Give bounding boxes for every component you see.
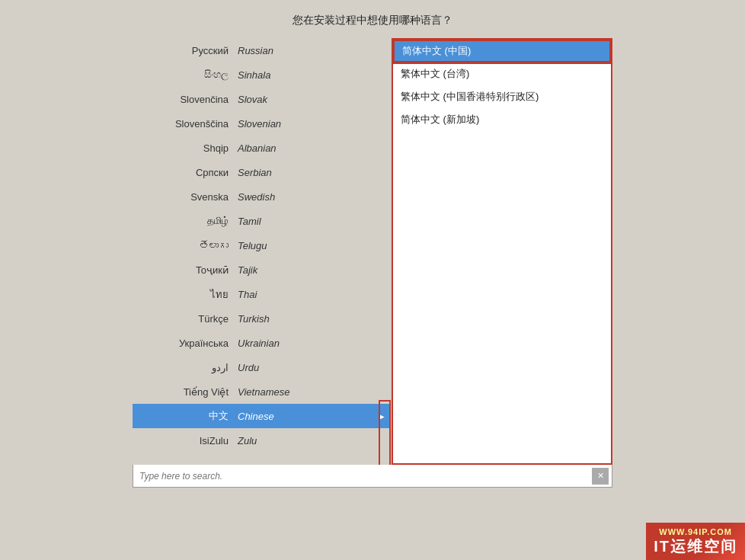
list-item[interactable]: УкраїнськаUkrainian <box>133 331 391 355</box>
list-item[interactable]: اردوUrdu <box>133 355 391 379</box>
lang-english-name: Chinese <box>238 411 274 422</box>
list-item[interactable]: Tiếng ViệtVietnamese <box>133 379 391 404</box>
language-list[interactable]: РусскийRussianසිංහලSinhalaSlovenčinaSlov… <box>133 38 391 465</box>
list-item[interactable]: ไทยThai <box>133 282 391 306</box>
list-item[interactable]: SlovenčinaSlovak <box>133 87 391 111</box>
lang-english-name: Ukrainian <box>238 338 280 349</box>
lang-english-name: Zulu <box>238 435 257 446</box>
watermark: WWW.94IP.COM IT运维空间 <box>646 523 745 560</box>
lang-english-name: Thai <box>238 289 257 300</box>
lang-native-name: தமிழ் <box>139 215 238 227</box>
list-item[interactable]: తెలుగుTelugu <box>133 233 391 258</box>
list-item[interactable]: TürkçeTurkish <box>133 306 391 331</box>
list-item[interactable]: ТоҷикӣTajik <box>133 258 391 282</box>
lang-native-name: Српски <box>139 167 238 178</box>
lang-native-name: తెలుగు <box>139 240 238 251</box>
list-item[interactable]: 中文Chinese▶ <box>133 404 391 428</box>
list-item[interactable]: IsiZuluZulu <box>133 428 391 453</box>
lang-english-name: Slovenian <box>238 118 281 130</box>
lang-native-name: Shqip <box>139 142 238 154</box>
lang-english-name: Urdu <box>238 362 259 373</box>
main-container: 您在安装过程中想使用哪种语言？ РусскийRussianසිංහලSinha… <box>0 0 745 560</box>
lang-native-name: Тоҷикӣ <box>139 264 238 276</box>
submenu-panel-border: 简体中文 (中国)繁体中文 (台湾)繁体中文 (中国香港特别行政区)简体中文 (… <box>392 38 612 465</box>
submenu-item[interactable]: 简体中文 (新加坡) <box>393 108 611 131</box>
list-item[interactable]: தமிழ்Tamil <box>133 209 391 233</box>
lang-english-name: Serbian <box>238 167 272 178</box>
lang-native-name: සිංහල <box>139 69 238 81</box>
lang-english-name: Tajik <box>238 264 257 276</box>
lang-native-name: اردو <box>139 362 238 373</box>
submenu-arrow-icon: ▶ <box>379 412 385 421</box>
lang-native-name: Українська <box>139 338 238 349</box>
language-list-panel: РусскийRussianසිංහලSinhalaSlovenčinaSlov… <box>133 38 392 465</box>
lang-native-name: Tiếng Việt <box>139 386 238 398</box>
lang-native-name: Slovenščina <box>139 118 238 130</box>
lang-english-name: Turkish <box>238 313 270 325</box>
submenu-item[interactable]: 繁体中文 (中国香港特别行政区) <box>393 85 611 108</box>
search-input[interactable] <box>133 471 592 482</box>
submenu-item[interactable]: 简体中文 (中国) <box>393 40 611 62</box>
list-item[interactable]: SlovenščinaSlovenian <box>133 111 391 136</box>
watermark-url: WWW.94IP.COM <box>654 527 737 536</box>
lang-english-name: Albanian <box>238 142 277 154</box>
submenu-item[interactable]: 繁体中文 (台湾) <box>393 62 611 85</box>
lang-english-name: Swedish <box>238 191 275 203</box>
lang-native-name: ไทย <box>139 286 238 302</box>
lang-native-name: IsiZulu <box>139 435 238 446</box>
list-item[interactable]: СрпскиSerbian <box>133 160 391 184</box>
lang-english-name: Slovak <box>238 94 267 105</box>
submenu-panel: 简体中文 (中国)繁体中文 (台湾)繁体中文 (中国香港特别行政区)简体中文 (… <box>393 40 611 131</box>
lang-english-name: Vietnamese <box>238 386 289 398</box>
list-item[interactable]: ShqipAlbanian <box>133 136 391 160</box>
lang-native-name: Slovenčina <box>139 94 238 105</box>
lang-native-name: Svenska <box>139 191 238 203</box>
lang-english-name: Telugu <box>238 240 267 251</box>
lang-native-name: 中文 <box>139 409 238 423</box>
lang-english-name: Tamil <box>238 216 261 227</box>
list-item[interactable]: SvenskaSwedish <box>133 184 391 209</box>
lang-native-name: Русский <box>139 45 238 56</box>
page-title: 您在安装过程中想使用哪种语言？ <box>293 14 452 27</box>
lang-english-name: Russian <box>238 45 273 56</box>
list-item[interactable]: РусскийRussian <box>133 38 391 62</box>
watermark-brand: IT运维空间 <box>654 536 737 557</box>
search-clear-button[interactable]: ✕ <box>592 468 609 485</box>
search-row: ✕ <box>133 465 612 488</box>
lang-native-name: Türkçe <box>139 313 238 325</box>
list-item[interactable]: සිංහලSinhala <box>133 62 391 87</box>
lang-english-name: Sinhala <box>238 69 270 81</box>
